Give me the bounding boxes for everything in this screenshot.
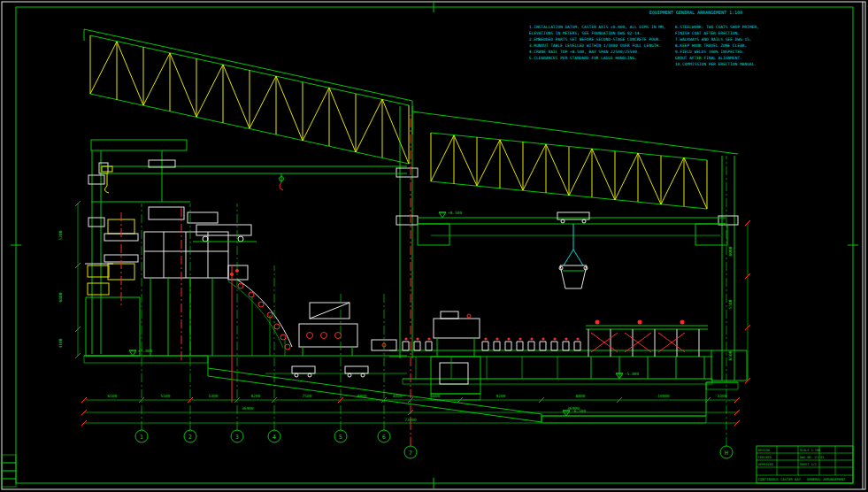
note-line: ELEVATIONS IN METERS; SEE FOUNDATION DWG… [529, 31, 641, 35]
dim-total-text: 73800 [404, 418, 417, 422]
dim-text: 36900 [242, 406, 254, 411]
note-line: 3.RUNOUT TABLE LEVELLED WITHIN 1/1000 OV… [529, 43, 661, 48]
note-line: FINISH COAT AFTER ERECTION. [675, 31, 740, 35]
truss-web-verticals [90, 35, 409, 164]
level-text: -6.500 [572, 409, 587, 413]
shear-unit [434, 311, 480, 357]
dim-text: 5500 [161, 394, 171, 398]
hanging-ladle [559, 224, 588, 288]
roof-truss-left-bay [84, 29, 412, 164]
dim-text: 7500 [303, 394, 312, 398]
axis-grid-bubbles: 1 2 3 4 5 6 7 H [135, 430, 733, 458]
note-line: 6.STEELWORK: TWO COATS SHOP PRIMER, [675, 25, 759, 29]
drawing-top-label: EQUIPMENT GENERAL ARRANGEMENT 1:100 [649, 10, 742, 15]
note-line: 8.KEEP HOOK TRAVEL ZONE CLEAR. [675, 43, 747, 48]
axis-bubble-label: 1 [140, 434, 143, 441]
transfer-cars [265, 366, 407, 377]
dim-text: 8000 [728, 246, 733, 256]
title-block-title: CONTINUOUS CASTER BAY - GENERAL ARRANGEM… [758, 477, 846, 481]
dimension-chains: 6500 5500 5300 4200 7500 4900 3000 5600 … [58, 201, 750, 426]
note-line: 4.CRANE RAIL TOP +8.500, BAY SPAN 22500/… [529, 50, 640, 54]
title-block: DESIGN CHECKED APPROVED SCALE 1:100 DWG … [757, 446, 853, 483]
dim-text: 6800 [58, 292, 63, 302]
title-block-cell: DESIGN [758, 449, 770, 452]
note-line: GROUT AFTER FINAL ALIGNMENT. [675, 56, 742, 60]
dim-text: 5500 [728, 299, 733, 309]
mold-and-bow-segments [228, 265, 292, 356]
axis-bubble-label: 6 [382, 434, 386, 441]
aux-hook-icon [102, 166, 112, 193]
general-notes: EQUIPMENT GENERAL ARRANGEMENT 1:100 1.IN… [529, 10, 759, 66]
crane-hook-icon [280, 173, 284, 190]
title-block-cell: CHECKED [758, 456, 772, 459]
title-block-cell: APPROVED [758, 463, 773, 466]
dim-text: 5200 [58, 230, 63, 240]
axis-bubble-label: 5 [339, 434, 342, 441]
note-line: 9.FIELD WELDS 100% INSPECTED. [675, 50, 745, 54]
dim-text: 9200 [496, 394, 506, 398]
cooling-bed [586, 320, 708, 380]
level-text: ±0.000 [138, 349, 153, 353]
dim-text: 3000 [393, 394, 403, 398]
title-block-cell: SHEET 1/1 [800, 463, 817, 466]
dim-text: 6500 [728, 350, 733, 360]
note-line: 7.WALKWAYS AND RAILS SEE DWG 15. [675, 37, 752, 42]
title-block-cell: DWG NO. ZJ-01 [800, 456, 824, 459]
note-line: 1.INSTALLATION DATUM: CASTER AXIS ±0.000… [529, 25, 665, 29]
cad-drawing-canvas: 6500 5500 5300 4200 7500 4900 3000 5600 … [0, 0, 868, 492]
title-block-cell: SCALE 1:100 [800, 449, 820, 452]
dim-text: 8800 [576, 394, 586, 398]
dim-text: 10000 [657, 394, 670, 398]
caster-platform [144, 207, 228, 363]
dim-text: 6500 [108, 394, 118, 398]
axis-bubble-label: 3 [235, 434, 239, 441]
crane-right-bay [418, 212, 727, 288]
note-line: 5.CLEARANCES PER STANDARD FOR LADLE HAND… [529, 56, 637, 60]
runout-roller-table [372, 337, 712, 379]
note-line: 2.EMBEDDED PARTS SET BEFORE SECOND-STAGE… [529, 37, 661, 42]
tundish-car [193, 225, 257, 242]
dim-text: 4100 [58, 338, 63, 348]
dim-text: 3300 [718, 394, 727, 398]
dim-text: 5300 [209, 394, 219, 398]
revision-strip [2, 455, 16, 487]
dim-text: 4900 [357, 394, 367, 398]
axis-bubble-label: 2 [188, 434, 192, 441]
axis-bubble-label: 7 [409, 450, 412, 457]
axis-bubble-label: H [725, 450, 728, 457]
dim-text: 4200 [251, 394, 261, 398]
level-text: -5.000 [625, 372, 640, 376]
dim-text: 5600 [431, 394, 441, 398]
crane-left-bay [102, 160, 407, 193]
roof-truss-right-bay [412, 101, 738, 209]
note-line: 10.COMMISSION PER ERECTION MANUAL. [675, 62, 757, 66]
level-text: +8.500 [448, 211, 463, 215]
axis-bubble-label: 4 [273, 434, 276, 441]
